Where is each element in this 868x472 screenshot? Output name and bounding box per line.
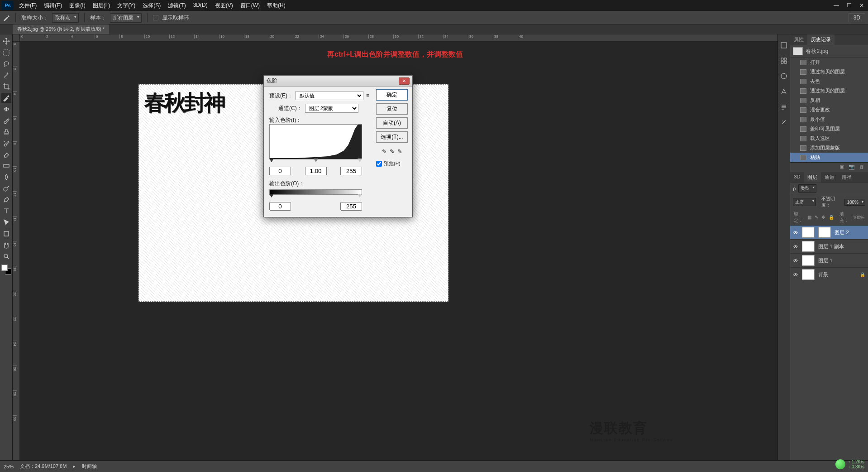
- tab-properties[interactable]: 属性: [790, 34, 807, 45]
- history-item[interactable]: 最小值: [790, 115, 868, 124]
- output-white-field[interactable]: [340, 202, 362, 211]
- visibility-icon[interactable]: 👁: [793, 230, 798, 235]
- gradient-tool[interactable]: [1, 161, 11, 171]
- preset-menu-icon[interactable]: ≡: [366, 92, 369, 99]
- document-tab[interactable]: 春秋2.jpg @ 25% (图层 2, 图层蒙版/8) *: [13, 24, 109, 34]
- fill-field[interactable]: 100%: [853, 215, 864, 220]
- hand-tool[interactable]: [1, 240, 11, 250]
- menu-layer[interactable]: 图层(L): [89, 0, 114, 11]
- lasso-tool[interactable]: [1, 59, 11, 69]
- lock-pixels-icon[interactable]: ▦: [807, 215, 812, 220]
- paragraph-panel-icon[interactable]: [780, 103, 787, 111]
- maximize-button[interactable]: ☐: [843, 1, 855, 10]
- input-white-field[interactable]: [340, 167, 362, 175]
- eraser-tool[interactable]: [1, 149, 11, 159]
- character-panel-icon[interactable]: [780, 88, 787, 95]
- history-camera-icon[interactable]: 📷: [849, 164, 855, 171]
- menu-edit[interactable]: 编辑(E): [40, 0, 66, 11]
- adjustments-panel-icon[interactable]: [780, 72, 787, 80]
- zoom-level[interactable]: 25%: [4, 464, 14, 469]
- white-eyedropper-icon[interactable]: ✎: [397, 148, 402, 155]
- menu-select[interactable]: 选择(S): [139, 0, 164, 11]
- dialog-titlebar[interactable]: 色阶 ✕: [264, 76, 412, 87]
- opacity-field[interactable]: 100%: [844, 199, 865, 206]
- input-slider[interactable]: [269, 159, 362, 164]
- preset-dropdown[interactable]: 默认值: [296, 91, 363, 100]
- visibility-icon[interactable]: 👁: [793, 244, 798, 249]
- close-button[interactable]: ✕: [855, 1, 868, 10]
- menu-view[interactable]: 视图(V): [211, 0, 237, 11]
- layer-row[interactable]: 👁图层 1 副本: [790, 239, 868, 253]
- tab-3d-panel[interactable]: 3D: [790, 172, 804, 183]
- dodge-tool[interactable]: [1, 183, 11, 193]
- sample-layers-dropdown[interactable]: 所有图层: [110, 13, 142, 23]
- menu-filter[interactable]: 滤镜(T): [164, 0, 189, 11]
- tools-panel-icon[interactable]: [780, 119, 787, 126]
- history-item[interactable]: 通过拷贝的图层: [790, 86, 868, 96]
- minimize-button[interactable]: —: [830, 1, 843, 10]
- tab-layers[interactable]: 图层: [804, 172, 821, 183]
- menu-help[interactable]: 帮助(H): [263, 0, 289, 11]
- history-item[interactable]: 粘贴: [790, 153, 868, 162]
- lock-all-icon[interactable]: 🔒: [829, 215, 834, 220]
- stamp-tool[interactable]: [1, 127, 11, 137]
- crop-tool[interactable]: [1, 82, 11, 92]
- show-ring-checkbox[interactable]: [153, 15, 158, 20]
- layer-row[interactable]: 👁图层 1: [790, 253, 868, 267]
- history-item[interactable]: 添加图层蒙版: [790, 143, 868, 153]
- 3d-badge[interactable]: 3D: [849, 13, 865, 22]
- wand-tool[interactable]: [1, 70, 11, 80]
- menu-window[interactable]: 窗口(W): [237, 0, 263, 11]
- history-item[interactable]: 载入选区: [790, 134, 868, 143]
- tab-history[interactable]: 历史记录: [807, 34, 835, 45]
- history-item[interactable]: 反相: [790, 96, 868, 105]
- history-item[interactable]: 混合更改: [790, 105, 868, 115]
- swatches-panel-icon[interactable]: [780, 57, 787, 64]
- history-item[interactable]: 去色: [790, 77, 868, 86]
- auto-button[interactable]: 自动(A): [376, 117, 408, 129]
- history-snapshot-icon[interactable]: ▣: [839, 164, 844, 171]
- menu-file[interactable]: 文件(F): [15, 0, 40, 11]
- sample-size-dropdown[interactable]: 取样点: [52, 13, 79, 23]
- layer-filter-dropdown[interactable]: 类型: [798, 184, 816, 193]
- history-item[interactable]: 打开: [790, 58, 868, 67]
- history-item[interactable]: 通过拷贝的图层: [790, 67, 868, 77]
- input-black-field[interactable]: [269, 167, 291, 175]
- black-eyedropper-icon[interactable]: ✎: [382, 148, 387, 155]
- input-gamma-field[interactable]: [305, 167, 327, 175]
- pen-tool[interactable]: [1, 195, 11, 205]
- dialog-close-button[interactable]: ✕: [399, 77, 410, 85]
- menu-3d[interactable]: 3D(D): [190, 0, 211, 11]
- color-panel-icon[interactable]: [780, 42, 787, 49]
- menu-image[interactable]: 图像(I): [66, 0, 89, 11]
- history-item[interactable]: 盖印可见图层: [790, 124, 868, 134]
- path-select-tool[interactable]: [1, 217, 11, 227]
- move-tool[interactable]: [1, 36, 11, 46]
- eyedropper-tool[interactable]: [1, 93, 11, 103]
- gray-eyedropper-icon[interactable]: ✎: [390, 148, 395, 155]
- visibility-icon[interactable]: 👁: [793, 258, 798, 263]
- visibility-icon[interactable]: 👁: [793, 272, 798, 277]
- blur-tool[interactable]: [1, 172, 11, 182]
- layer-row[interactable]: 👁图层 2: [790, 225, 868, 239]
- brush-tool[interactable]: [1, 116, 11, 125]
- ok-button[interactable]: 确定: [376, 89, 408, 101]
- lock-move-icon[interactable]: ✥: [821, 215, 826, 220]
- zoom-tool[interactable]: [1, 251, 11, 261]
- tab-channels[interactable]: 通道: [821, 172, 838, 183]
- marquee-tool[interactable]: [1, 48, 11, 58]
- history-brush-tool[interactable]: [1, 138, 11, 148]
- type-tool[interactable]: [1, 206, 11, 216]
- output-black-field[interactable]: [269, 202, 291, 211]
- channel-dropdown[interactable]: 图层 2蒙版: [305, 104, 358, 113]
- layer-row[interactable]: 👁背景🔒: [790, 267, 868, 281]
- heal-tool[interactable]: [1, 104, 11, 114]
- tab-paths[interactable]: 路径: [838, 172, 855, 183]
- lock-brush-icon[interactable]: ✎: [815, 215, 819, 220]
- menu-type[interactable]: 文字(Y): [114, 0, 139, 11]
- timeline-label[interactable]: 时间轴: [82, 463, 97, 470]
- shape-tool[interactable]: [1, 229, 11, 239]
- color-swatches[interactable]: [1, 265, 11, 275]
- options-button[interactable]: 选项(T)...: [376, 131, 408, 143]
- output-slider[interactable]: [269, 195, 362, 199]
